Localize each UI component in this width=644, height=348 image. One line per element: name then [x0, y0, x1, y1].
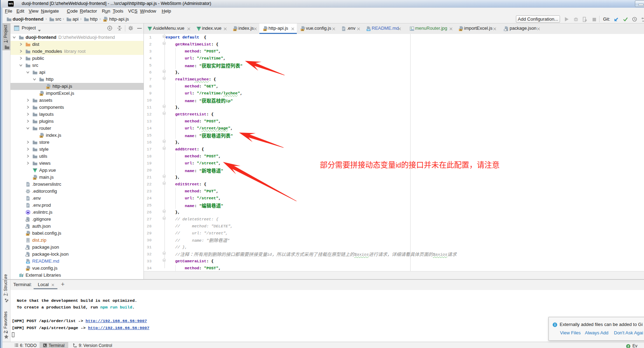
svg-text:JS: JS	[460, 29, 462, 31]
svg-text:JS: JS	[34, 178, 36, 180]
svg-text:JS: JS	[47, 87, 49, 89]
svg-text:JS: JS	[40, 136, 43, 138]
svg-text:JS: JS	[301, 29, 304, 31]
svg-text:JS: JS	[264, 29, 266, 31]
svg-text:{..}: {..}	[25, 248, 29, 250]
svg-text:MD: MD	[367, 29, 370, 31]
svg-text:JS: JS	[27, 234, 29, 236]
svg-text:MD: MD	[27, 262, 29, 263]
svg-text:JS: JS	[40, 94, 43, 96]
svg-text:{..}: {..}	[25, 227, 29, 229]
svg-text:JS: JS	[234, 29, 236, 31]
svg-text:JS: JS	[27, 269, 29, 271]
svg-text:{..}: {..}	[25, 255, 29, 257]
svg-text:JS: JS	[104, 20, 106, 22]
svg-text:{..}: {..}	[504, 29, 508, 31]
